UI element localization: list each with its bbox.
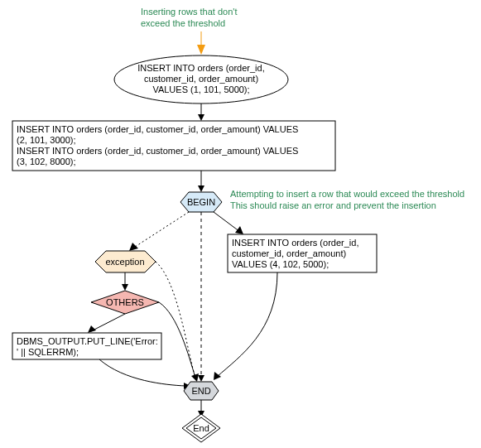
insert-block-1-line1: INSERT INTO orders (order_id, customer_i…: [17, 124, 298, 134]
start-ellipse-line2: customer_id, order_amount): [144, 74, 258, 84]
others-label: OTHERS: [106, 297, 144, 307]
svg-marker-9: [122, 284, 128, 291]
insert-block-2-line2: customer_id, order_amount): [232, 248, 346, 258]
begin-label: BEGIN: [187, 197, 215, 207]
start-ellipse-line1: INSERT INTO orders (order_id,: [137, 63, 264, 73]
comment-top-line2: exceed the threshold: [141, 18, 225, 28]
insert-block-1-line4: (3, 102, 8000);: [17, 157, 76, 166]
end-diamond-label: End: [193, 423, 209, 433]
insert-block-1-line2: (2, 101, 3000);: [17, 135, 76, 145]
svg-marker-11: [88, 325, 96, 333]
flowchart-canvas: Inserting rows that don't exceed the thr…: [0, 0, 481, 448]
svg-marker-3: [198, 114, 204, 121]
svg-marker-5: [198, 185, 204, 192]
end-hex-label: END: [191, 386, 210, 396]
insert-block-2-line3: VALUES (4, 102, 5000);: [232, 259, 329, 269]
putline-line2: ' || SQLERRM);: [17, 347, 79, 357]
comment-mid-line2: This should raise an error and prevent t…: [230, 200, 436, 210]
exception-label: exception: [105, 257, 144, 267]
svg-line-10: [91, 314, 125, 331]
comment-top-line1: Inserting rows that don't: [141, 7, 237, 17]
insert-block-2-line1: INSERT INTO orders (order_id,: [232, 238, 358, 248]
svg-marker-13: [214, 372, 221, 380]
start-ellipse-line3: VALUES (1, 101, 5000);: [152, 84, 249, 94]
svg-marker-7: [129, 243, 138, 251]
svg-marker-1: [197, 45, 205, 55]
svg-marker-12: [198, 375, 204, 382]
svg-marker-6: [235, 226, 243, 234]
insert-block-1-line3: INSERT INTO orders (order_id, customer_i…: [17, 146, 298, 156]
comment-mid-line1: Attempting to insert a row that would ex…: [230, 189, 464, 199]
putline-line1: DBMS_OUTPUT.PUT_LINE('Error:: [17, 336, 158, 346]
